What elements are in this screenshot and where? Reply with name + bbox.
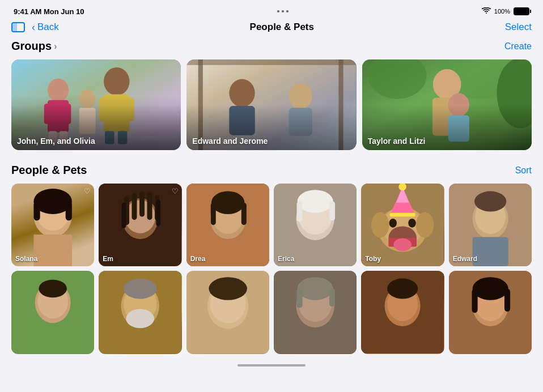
svg-point-63 (416, 212, 434, 238)
svg-point-86 (124, 279, 157, 299)
svg-point-19 (230, 79, 255, 108)
person-label-solana: Solana (15, 255, 37, 263)
person-card-10[interactable] (274, 271, 357, 353)
person-card-9[interactable] (186, 271, 269, 353)
svg-rect-106 (504, 289, 510, 312)
person-label-drea: Drea (190, 255, 206, 263)
svg-rect-32 (33, 235, 72, 266)
create-button[interactable]: Create (504, 41, 532, 52)
status-dot-2 (282, 10, 284, 12)
svg-rect-18 (186, 59, 356, 65)
svg-rect-52 (241, 203, 246, 225)
sidebar-toggle-icon[interactable] (11, 22, 25, 32)
people-section-header: People & Pets Sort (11, 164, 532, 177)
svg-point-68 (409, 219, 417, 228)
device-frame: 9:41 AM Mon Jun 10 100% (0, 0, 543, 392)
svg-rect-77 (472, 237, 508, 267)
person-photo-8 (99, 271, 181, 353)
heart-icon-solana: ♡ (84, 187, 91, 195)
status-right: 100% (482, 7, 529, 16)
svg-point-66 (394, 238, 412, 252)
nav-left: ‹ Back (11, 22, 59, 33)
person-label-em: Em (103, 255, 113, 263)
groups-grid: John, Em, and Olivia (11, 59, 532, 150)
person-card-8[interactable] (99, 271, 181, 353)
battery-icon (514, 7, 529, 15)
svg-point-76 (474, 191, 506, 212)
svg-rect-58 (329, 202, 335, 221)
person-photo-toby (361, 184, 444, 266)
svg-point-56 (298, 190, 333, 213)
battery-percentage: 100% (494, 8, 510, 15)
svg-rect-45 (122, 203, 126, 228)
person-photo-edward (449, 184, 532, 266)
svg-point-62 (371, 212, 389, 238)
person-photo-erica (274, 184, 357, 266)
group-card-0[interactable]: John, Em, and Olivia (11, 59, 181, 150)
status-dot-1 (277, 10, 279, 12)
main-content: Groups › Create (0, 37, 543, 381)
groups-title-text: Groups (11, 40, 52, 53)
person-photo-9 (186, 271, 269, 353)
person-card-11[interactable] (361, 271, 444, 353)
person-card-toby[interactable]: Toby (361, 184, 444, 266)
scroll-indicator (11, 360, 532, 371)
svg-point-90 (209, 278, 247, 301)
person-photo-solana (11, 184, 94, 266)
svg-rect-95 (297, 289, 303, 308)
person-card-em[interactable]: ♡ Em (99, 184, 181, 266)
svg-rect-36 (66, 202, 72, 221)
status-center (277, 10, 289, 12)
group-card-2[interactable]: Taylor and Litzi (362, 59, 532, 150)
nav-bar: ‹ Back People & Pets Select (0, 19, 543, 37)
svg-point-50 (211, 191, 245, 215)
battery-fill (514, 8, 529, 15)
svg-point-67 (389, 219, 397, 228)
person-card-edward[interactable]: Edward (449, 184, 532, 266)
person-card-7[interactable] (11, 271, 94, 353)
svg-point-81 (39, 280, 67, 298)
status-time: 9:41 AM Mon Jun 10 (14, 7, 84, 16)
svg-point-1 (48, 79, 69, 102)
svg-point-94 (298, 278, 333, 301)
svg-rect-46 (156, 199, 161, 226)
people-grid-row1: ♡ Solana (11, 184, 532, 266)
person-card-12[interactable] (449, 271, 532, 353)
person-card-erica[interactable]: Erica (274, 184, 357, 266)
svg-point-104 (472, 278, 508, 301)
people-title: People & Pets (11, 164, 87, 177)
svg-rect-96 (329, 289, 335, 307)
svg-point-85 (126, 309, 155, 329)
select-button[interactable]: Select (505, 22, 532, 33)
svg-rect-71 (390, 213, 415, 217)
person-photo-12 (449, 271, 532, 353)
svg-rect-35 (33, 202, 40, 221)
back-chevron-icon: ‹ (32, 22, 35, 32)
group-card-label-1: Edward and Jerome (192, 137, 268, 146)
svg-rect-43 (147, 193, 152, 220)
person-label-erica: Erica (278, 255, 294, 263)
svg-rect-42 (139, 191, 145, 217)
person-label-toby: Toby (365, 255, 381, 263)
groups-section-header: Groups › Create (11, 40, 532, 53)
person-photo-10 (274, 271, 357, 353)
sort-button[interactable]: Sort (515, 165, 532, 176)
wifi-icon (482, 7, 491, 16)
person-photo-11 (361, 271, 444, 353)
person-label-edward: Edward (453, 255, 477, 263)
person-photo-em (99, 184, 181, 266)
person-card-solana[interactable]: ♡ Solana (11, 184, 94, 266)
groups-title[interactable]: Groups › (11, 40, 57, 53)
group-card-label-0: John, Em, and Olivia (17, 137, 95, 146)
page-title: People & Pets (250, 22, 314, 33)
svg-point-7 (104, 67, 129, 96)
person-card-drea[interactable]: Drea (186, 184, 269, 266)
heart-icon-em: ♡ (172, 187, 179, 195)
back-button[interactable]: ‹ Back (32, 22, 59, 33)
person-photo-7 (11, 271, 94, 353)
back-label: Back (37, 22, 59, 33)
svg-rect-51 (210, 203, 215, 225)
person-photo-drea (186, 184, 269, 266)
people-section: People & Pets Sort (11, 164, 532, 354)
group-card-1[interactable]: Edward and Jerome (186, 59, 356, 150)
